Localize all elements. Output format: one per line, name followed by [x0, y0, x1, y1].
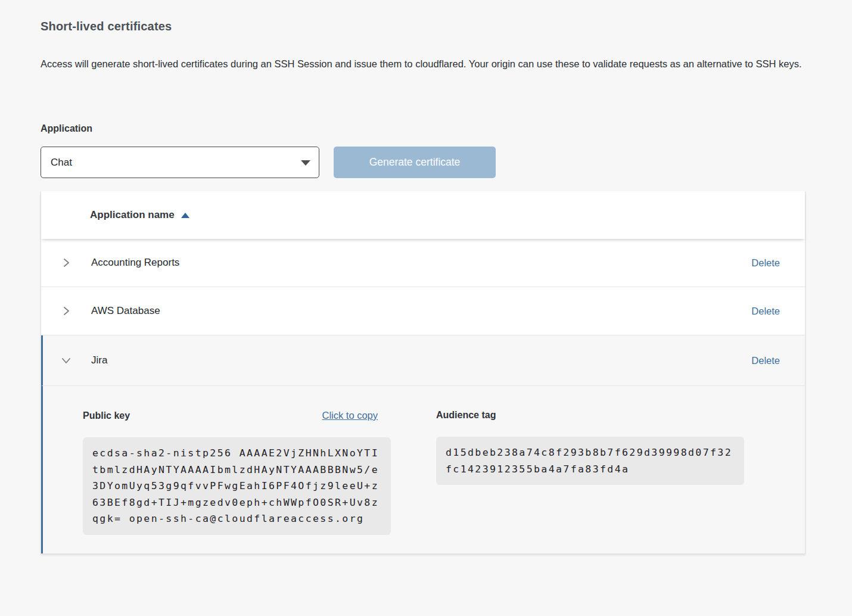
click-to-copy-link[interactable]: Click to copy: [322, 410, 378, 421]
table-row-accounting-reports[interactable]: Accounting Reports Delete: [41, 239, 805, 287]
page-description: Access will generate short-lived certifi…: [41, 55, 806, 73]
application-select-value: Chat: [51, 157, 72, 169]
table-row-jira[interactable]: Jira Delete: [41, 335, 805, 385]
application-label: Application: [41, 123, 806, 134]
table-row-aws-database[interactable]: AWS Database Delete: [41, 287, 805, 335]
application-name: Jira: [91, 354, 107, 366]
application-name: Accounting Reports: [91, 257, 179, 269]
page-title: Short-lived certificates: [41, 20, 806, 33]
audience-tag-value: d15dbeb238a74c8f293b8b7f629d39998d07f32f…: [436, 437, 744, 485]
public-key-column: Public key Click to copy ecdsa-sha2-nist…: [83, 410, 391, 535]
short-lived-certificates-section: Short-lived certificates Access will gen…: [0, 20, 852, 554]
column-header-application-name[interactable]: Application name: [90, 209, 175, 221]
sort-ascending-icon: [181, 213, 189, 218]
application-name: AWS Database: [91, 305, 160, 317]
chevron-down-icon[interactable]: [60, 354, 72, 366]
audience-tag-label: Audience tag: [436, 410, 496, 421]
certificates-table: Application name Accounting Reports Dele…: [41, 191, 806, 554]
delete-link[interactable]: Delete: [751, 306, 780, 317]
public-key-label: Public key: [83, 410, 130, 421]
public-key-value[interactable]: ecdsa-sha2-nistp256 AAAAE2VjZHNhLXNoYTIt…: [83, 437, 391, 535]
generate-certificate-button[interactable]: Generate certificate: [334, 147, 496, 178]
application-select[interactable]: Chat: [41, 147, 319, 178]
jira-expanded-details: Public key Click to copy ecdsa-sha2-nist…: [41, 385, 805, 553]
delete-link[interactable]: Delete: [751, 257, 780, 269]
audience-tag-column: Audience tag d15dbeb238a74c8f293b8b7f629…: [436, 410, 744, 535]
chevron-right-icon[interactable]: [60, 257, 72, 269]
delete-link[interactable]: Delete: [751, 355, 780, 366]
certificate-form-row: Chat Generate certificate: [41, 147, 806, 178]
chevron-down-icon: [301, 160, 310, 166]
chevron-right-icon[interactable]: [60, 305, 72, 317]
table-header-row: Application name: [41, 191, 805, 239]
